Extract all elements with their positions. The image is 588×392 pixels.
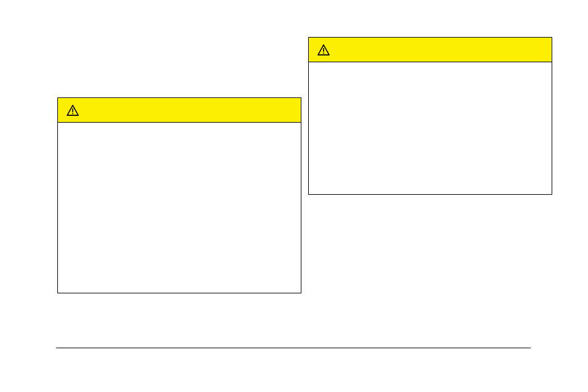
warning-box-right [308,37,552,195]
warning-header [309,38,552,62]
warning-triangle-icon [67,105,79,116]
svg-point-3 [323,52,324,54]
warning-header [58,98,301,123]
warning-box-left [57,97,301,293]
svg-point-1 [72,113,73,114]
warning-triangle-icon [317,44,330,55]
horizontal-rule [56,348,531,348]
